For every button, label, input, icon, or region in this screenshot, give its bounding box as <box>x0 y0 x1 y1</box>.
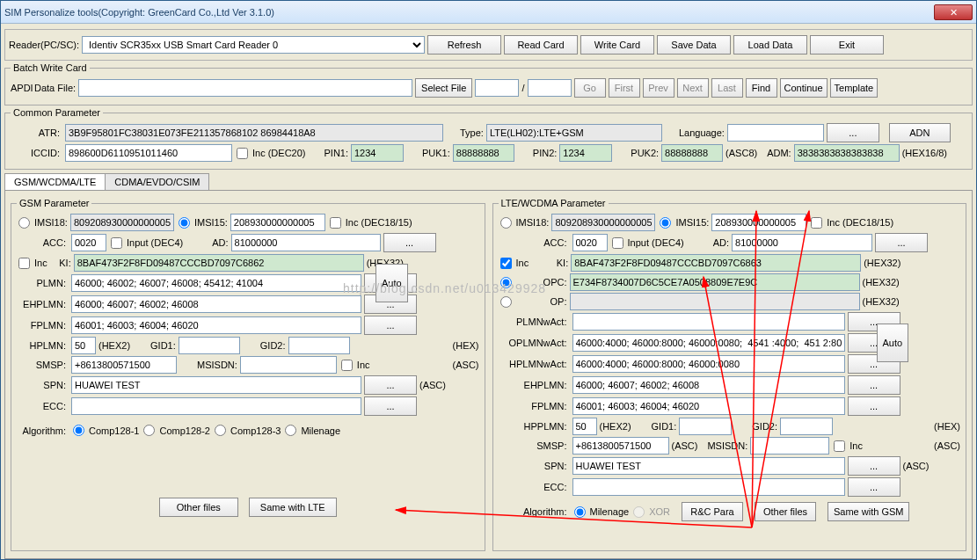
lte-same-with-gsm-button[interactable]: Same with GSM <box>828 502 909 521</box>
gsm-acc-input[interactable] <box>71 234 106 251</box>
pin1-input[interactable] <box>351 144 404 162</box>
gsm-algo-mil-radio[interactable] <box>285 425 296 436</box>
tab-cdma[interactable]: CDMA/EVDO/CSIM <box>105 173 209 190</box>
lte-auto-button[interactable]: Auto <box>877 324 909 362</box>
pin2-input[interactable] <box>559 144 612 162</box>
lte-ad-input[interactable] <box>732 234 872 251</box>
lte-gid1-input[interactable] <box>679 418 732 435</box>
gsm-ad-input[interactable] <box>231 234 381 251</box>
gsm-ecc-browse-button[interactable]: ... <box>364 396 417 416</box>
lte-ecc-browse-button[interactable]: ... <box>848 477 900 497</box>
lte-oplmnwact-input[interactable] <box>572 334 845 352</box>
lte-acc-input[interactable] <box>572 234 608 251</box>
gsm-fplmn-input[interactable] <box>71 316 361 334</box>
lte-ki-inc-checkbox[interactable] <box>500 258 512 269</box>
lte-hpplmn-input[interactable] <box>572 418 597 435</box>
lte-spn-browse-button[interactable]: ... <box>848 456 900 476</box>
lte-ehplmn-browse-button[interactable]: ... <box>848 375 900 395</box>
load-data-button[interactable]: Load Data <box>733 35 807 55</box>
template-button[interactable]: Template <box>830 78 879 98</box>
find-button[interactable]: Find <box>746 78 777 98</box>
lte-imsi15-radio[interactable] <box>660 217 671 229</box>
gsm-spn-input[interactable] <box>71 376 361 394</box>
gsm-imsi-inc-checkbox[interactable] <box>330 217 341 229</box>
puk1-input[interactable] <box>453 144 514 162</box>
lte-opc-input[interactable] <box>570 273 860 291</box>
lte-gid2-input[interactable] <box>780 418 833 435</box>
lte-fplmn-browse-button[interactable]: ... <box>848 396 900 416</box>
lte-rcpara-button[interactable]: R&C Para <box>682 502 743 521</box>
gsm-plmn-input[interactable] <box>71 274 361 292</box>
gsm-acc-input-checkbox[interactable] <box>111 237 122 249</box>
close-icon[interactable]: ✕ <box>934 4 973 20</box>
gsm-imsi18-input[interactable] <box>70 214 174 231</box>
gsm-spn-browse-button[interactable]: ... <box>364 375 417 395</box>
iccid-inc-checkbox[interactable] <box>237 148 248 159</box>
gsm-algo-c1283-radio[interactable] <box>215 425 226 436</box>
lte-algo-mil-radio[interactable] <box>574 506 586 518</box>
gsm-algo-c1281-radio[interactable] <box>73 425 84 436</box>
reader-select[interactable]: Identiv SCR35xx USB Smart Card Reader 0 <box>82 36 425 54</box>
lte-imsi18-radio[interactable] <box>500 217 512 229</box>
lte-fplmn-input[interactable] <box>572 397 845 415</box>
iccid-input[interactable] <box>65 144 232 162</box>
gsm-imsi18-radio[interactable] <box>18 217 30 229</box>
lte-plmnwact-input[interactable] <box>572 313 845 331</box>
save-data-button[interactable]: Save Data <box>657 35 731 55</box>
gsm-ki-input[interactable] <box>74 254 364 272</box>
tab-gsm[interactable]: GSM/WCDMA/LTE <box>4 173 106 190</box>
adn-button[interactable]: ADN <box>889 123 951 142</box>
lte-imsi15-input[interactable] <box>711 214 806 231</box>
lte-other-files-button[interactable]: Other files <box>755 502 816 521</box>
lte-op-radio[interactable] <box>500 296 512 308</box>
gsm-gid2-input[interactable] <box>288 337 350 354</box>
last-button[interactable]: Last <box>711 78 743 98</box>
gsm-ehplmn-input[interactable] <box>71 295 361 313</box>
lte-imsi-inc-checkbox[interactable] <box>811 217 822 229</box>
datafile-input[interactable] <box>78 79 412 97</box>
read-card-button[interactable]: Read Card <box>504 35 578 55</box>
lte-ecc-input[interactable] <box>572 478 845 496</box>
lte-op-input[interactable] <box>570 293 860 310</box>
lte-msisdn-inc-checkbox[interactable] <box>834 440 845 452</box>
lte-hplmnwact-input[interactable] <box>572 355 845 373</box>
first-button[interactable]: First <box>609 78 640 98</box>
lte-ki-input[interactable] <box>571 254 861 272</box>
batch-num2-input[interactable] <box>528 79 572 97</box>
gsm-imsi15-input[interactable] <box>230 214 325 231</box>
write-card-button[interactable]: Write Card <box>580 35 654 55</box>
lte-acc-input-checkbox[interactable] <box>612 237 623 249</box>
gsm-hplmn-input[interactable] <box>71 337 96 354</box>
gsm-other-files-button[interactable]: Other files <box>159 498 238 517</box>
gsm-ecc-input[interactable] <box>71 397 361 415</box>
lte-opc-radio[interactable] <box>500 277 512 288</box>
prev-button[interactable]: Prev <box>643 78 674 98</box>
lte-imsi18-input[interactable] <box>551 214 655 231</box>
continue-button[interactable]: Continue <box>780 78 828 98</box>
gsm-algo-c1282-radio[interactable] <box>143 425 155 436</box>
adm-input[interactable] <box>794 144 900 162</box>
next-button[interactable]: Next <box>677 78 709 98</box>
go-button[interactable]: Go <box>574 78 606 98</box>
language-input[interactable] <box>727 124 824 142</box>
gsm-ki-inc-checkbox[interactable] <box>18 258 30 269</box>
atr-input[interactable] <box>65 124 443 142</box>
lte-smsp-input[interactable] <box>572 437 669 455</box>
gsm-gid1-input[interactable] <box>179 337 240 354</box>
lte-spn-input[interactable] <box>572 457 845 475</box>
language-browse-button[interactable]: ... <box>827 123 879 142</box>
batch-num1-input[interactable] <box>475 79 519 97</box>
gsm-same-with-lte-button[interactable]: Same with LTE <box>249 498 337 517</box>
exit-button[interactable]: Exit <box>810 35 884 55</box>
select-file-button[interactable]: Select File <box>415 78 472 98</box>
gsm-msisdn-inc-checkbox[interactable] <box>341 360 353 371</box>
puk2-input[interactable] <box>661 144 723 162</box>
type-input[interactable] <box>486 124 662 142</box>
gsm-msisdn-input[interactable] <box>240 356 337 374</box>
lte-ehplmn-input[interactable] <box>572 376 845 394</box>
gsm-imsi15-radio[interactable] <box>179 217 190 229</box>
gsm-smsp-input[interactable] <box>71 356 177 374</box>
gsm-ad-browse-button[interactable]: ... <box>383 233 436 252</box>
gsm-fplmn-browse-button[interactable]: ... <box>364 316 417 335</box>
refresh-button[interactable]: Refresh <box>427 35 501 55</box>
